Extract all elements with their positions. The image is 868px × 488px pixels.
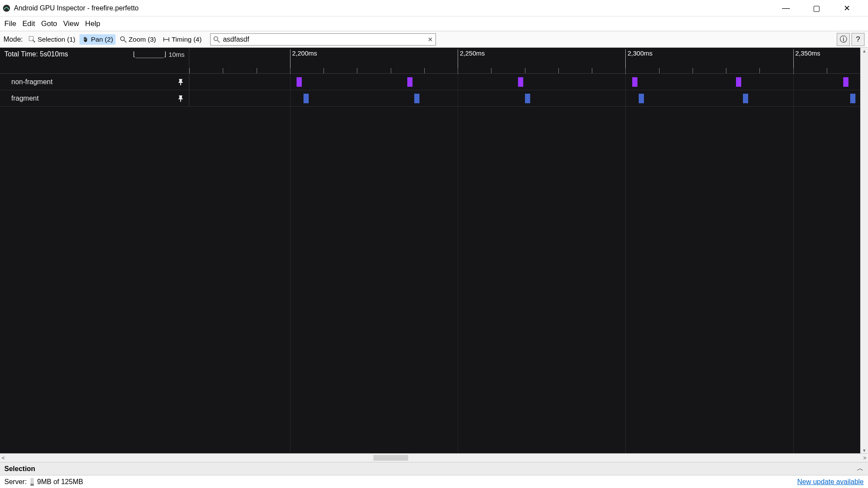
scale-indicator: ⌊________⌋ 10ms	[132, 50, 185, 58]
time-tick-label: 2,200ms	[290, 49, 317, 74]
search-box: ✕	[210, 33, 436, 46]
timeline-event[interactable]	[525, 94, 530, 103]
svg-point-0	[3, 4, 10, 11]
timeline-event[interactable]	[304, 94, 309, 103]
scroll-down-icon[interactable]: ▼	[861, 447, 868, 453]
timing-icon	[163, 36, 170, 43]
maximize-button[interactable]: ▢	[810, 3, 823, 13]
timeline-event[interactable]	[639, 94, 644, 103]
menubar: File Edit Goto View Help	[0, 16, 868, 31]
timeline-event[interactable]	[850, 94, 855, 103]
selection-icon	[29, 36, 36, 43]
server-label: Server:	[4, 478, 27, 486]
status-left: Server: 9MB of 125MB	[4, 478, 83, 486]
close-button[interactable]: ✕	[840, 3, 853, 13]
window-title: Android GPU Inspector - freefire.perfett…	[14, 4, 139, 12]
timeline-header-right: 2,200ms2,250ms2,300ms2,350ms	[189, 48, 868, 73]
timeline-event[interactable]	[407, 77, 413, 87]
track-row[interactable]: fragment	[0, 90, 868, 107]
pin-icon[interactable]	[178, 95, 184, 102]
update-available-link[interactable]: New update available	[797, 478, 864, 486]
timeline-event[interactable]	[843, 77, 848, 87]
selection-panel-header[interactable]: Selection ︿	[0, 462, 868, 475]
svg-point-2	[121, 36, 125, 40]
minimize-button[interactable]: —	[779, 3, 792, 13]
memory-text: 9MB of 125MB	[37, 478, 83, 486]
help-button[interactable]: ?	[851, 33, 865, 46]
app-icon	[3, 4, 10, 12]
timeline-event[interactable]	[518, 77, 523, 87]
tool-zoom-label: Zoom (3)	[129, 36, 156, 43]
time-tick-label: 2,300ms	[625, 49, 653, 74]
mode-label: Mode:	[3, 36, 23, 43]
track-row[interactable]: non-fragment	[0, 74, 868, 90]
timeline-header-left: Total Time: 5s010ms ⌊________⌋ 10ms	[0, 48, 189, 73]
search-icon	[213, 36, 220, 43]
titlebar: Android GPU Inspector - freefire.perfett…	[0, 0, 868, 16]
time-marks: 2,200ms2,250ms2,300ms2,350ms	[189, 48, 860, 73]
timeline-event[interactable]	[632, 77, 637, 87]
menu-view[interactable]: View	[62, 19, 81, 29]
tool-selection-label: Selection (1)	[37, 36, 75, 43]
selection-panel-title: Selection	[4, 465, 35, 473]
time-tick-label: 2,250ms	[458, 49, 485, 74]
scroll-left-icon[interactable]: <	[2, 455, 5, 461]
track-events[interactable]	[189, 74, 860, 90]
scale-bracket-icon: ⌊________⌋	[132, 50, 167, 58]
track-name: non-fragment	[11, 78, 53, 86]
svg-line-3	[124, 40, 126, 43]
track-events[interactable]	[189, 90, 860, 106]
scroll-up-icon[interactable]: ▲	[861, 48, 868, 54]
track-label-cell[interactable]: non-fragment	[0, 74, 189, 90]
timeline-event[interactable]	[743, 94, 748, 103]
tool-zoom[interactable]: Zoom (3)	[117, 34, 158, 45]
scroll-thumb[interactable]	[373, 455, 408, 461]
menu-help[interactable]: Help	[83, 19, 102, 29]
memory-gauge-icon	[30, 478, 34, 486]
tool-timing-label: Timing (4)	[172, 36, 201, 43]
clear-search-icon[interactable]: ✕	[428, 36, 433, 43]
scale-value: 10ms	[168, 51, 185, 58]
timeline-header: Total Time: 5s010ms ⌊________⌋ 10ms 2,20…	[0, 48, 868, 74]
tool-pan-label: Pan (2)	[91, 36, 113, 43]
tool-timing[interactable]: Timing (4)	[160, 34, 204, 45]
pan-icon	[82, 36, 89, 43]
svg-line-8	[218, 40, 220, 43]
timeline-empty-body[interactable]	[0, 107, 868, 453]
collapse-panel-icon[interactable]: ︿	[857, 464, 864, 473]
pin-icon[interactable]	[178, 79, 184, 85]
scroll-right-icon[interactable]: >	[863, 455, 866, 461]
search-input[interactable]	[220, 36, 436, 43]
tool-selection[interactable]: Selection (1)	[26, 34, 78, 45]
statusbar: Server: 9MB of 125MB New update availabl…	[0, 475, 868, 488]
vertical-scrollbar[interactable]: ▲ ▼	[860, 48, 868, 453]
total-time-label: Total Time: 5s010ms	[4, 50, 68, 58]
time-tick-label: 2,350ms	[793, 49, 821, 74]
zoom-icon	[120, 36, 127, 43]
tool-pan[interactable]: Pan (2)	[79, 34, 116, 45]
info-button[interactable]: ⓘ	[837, 33, 850, 46]
timeline-area[interactable]: Total Time: 5s010ms ⌊________⌋ 10ms 2,20…	[0, 48, 868, 453]
toolbar: Mode: Selection (1) Pan (2) Zoom (3) Tim…	[0, 31, 868, 48]
help-icons: ⓘ ?	[837, 33, 865, 46]
track-label-cell[interactable]: fragment	[0, 90, 189, 106]
menu-file[interactable]: File	[3, 19, 18, 29]
svg-point-7	[214, 36, 218, 40]
timeline-event[interactable]	[414, 94, 419, 103]
horizontal-scrollbar[interactable]: < >	[0, 453, 868, 462]
track-name: fragment	[11, 95, 39, 102]
timeline-event[interactable]	[297, 77, 302, 87]
titlebar-left: Android GPU Inspector - freefire.perfett…	[3, 4, 139, 12]
timeline-tracks: non-fragmentfragment	[0, 74, 868, 107]
menu-goto[interactable]: Goto	[40, 19, 59, 29]
menu-edit[interactable]: Edit	[20, 19, 36, 29]
window-controls: — ▢ ✕	[779, 3, 865, 13]
timeline-event[interactable]	[736, 77, 741, 87]
